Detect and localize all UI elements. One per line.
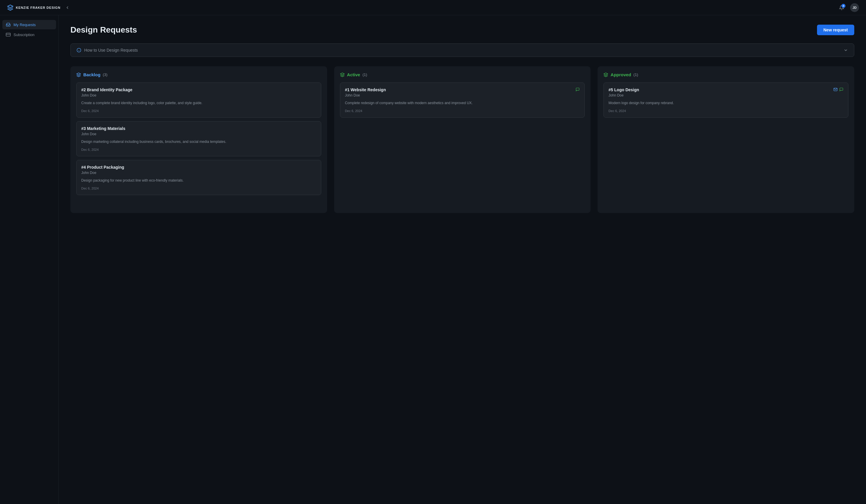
card-author-4: John Doe — [81, 171, 316, 175]
card-header-2: #2 Brand Identity Package — [81, 87, 316, 92]
card-description-1: Complete redesign of company website wit… — [345, 100, 580, 105]
column-count-approved: (1) — [633, 72, 638, 77]
column-header-backlog: Backlog (3) — [76, 72, 321, 77]
card-description-4: Design packaging for new product line wi… — [81, 178, 316, 183]
card-author-3: John Doe — [81, 132, 316, 136]
card-author-2: John Doe — [81, 93, 316, 97]
card-author-5: John Doe — [608, 93, 843, 97]
sidebar: My Requests Subscription — [0, 15, 59, 504]
card-header-5: #5 Logo Design — [608, 87, 843, 92]
info-banner[interactable]: How to Use Design Requests — [70, 43, 854, 57]
column-header-approved: Approved (1) — [603, 72, 848, 77]
card-icons-1 — [576, 87, 580, 91]
layout: My Requests Subscription Design Requests… — [0, 15, 866, 504]
card-header-4: #4 Product Packaging — [81, 165, 316, 170]
brand-icon — [7, 4, 13, 11]
new-request-button[interactable]: New request — [817, 25, 854, 35]
page-title: Design Requests — [70, 25, 137, 35]
backlog-column-icon — [76, 72, 81, 77]
topnav-left: KENZIE FRAKER DESIGN — [7, 4, 71, 11]
card-title-4: #4 Product Packaging — [81, 165, 124, 170]
column-count-backlog: (3) — [103, 72, 107, 77]
card-description-2: Create a complete brand identity includi… — [81, 100, 316, 105]
card-header-3: #3 Marketing Materials — [81, 126, 316, 131]
column-header-active: Active (1) — [340, 72, 585, 77]
card-description-5: Modern logo design for company rebrand. — [608, 100, 843, 105]
column-count-active: (1) — [363, 72, 367, 77]
column-approved: Approved (1) #5 Logo Design — [598, 66, 854, 213]
card-date-1: Dec 6, 2024 — [345, 109, 580, 113]
card-title-2: #2 Brand Identity Package — [81, 87, 132, 92]
topnav: KENZIE FRAKER DESIGN 0 JD — [0, 0, 866, 15]
comment-icon-card1 — [576, 87, 580, 91]
column-title-approved: Approved — [610, 72, 631, 77]
sidebar-label-my-requests: My Requests — [13, 23, 36, 27]
chevron-down-icon — [843, 48, 848, 53]
card-title-3: #3 Marketing Materials — [81, 126, 125, 131]
info-banner-left: How to Use Design Requests — [77, 48, 138, 53]
card-title-5: #5 Logo Design — [608, 87, 639, 92]
notification-badge: 0 — [841, 4, 845, 8]
active-column-icon — [340, 72, 345, 77]
card-brand-identity[interactable]: #2 Brand Identity Package John Doe Creat… — [76, 82, 321, 117]
card-product-packaging[interactable]: #4 Product Packaging John Doe Design pac… — [76, 160, 321, 195]
sidebar-item-my-requests[interactable]: My Requests — [2, 20, 56, 29]
card-icons-5 — [833, 87, 843, 91]
card-date-4: Dec 6, 2024 — [81, 187, 316, 190]
topnav-right: 0 JD — [838, 3, 859, 12]
card-date-3: Dec 6, 2024 — [81, 148, 316, 152]
credit-card-icon — [6, 32, 11, 37]
mail-icon-card5 — [833, 87, 837, 91]
svg-rect-0 — [6, 33, 11, 36]
sidebar-label-subscription: Subscription — [13, 33, 35, 37]
card-marketing-materials[interactable]: #3 Marketing Materials John Doe Design m… — [76, 121, 321, 156]
info-icon — [77, 48, 81, 53]
card-title-1: #1 Website Redesign — [345, 87, 386, 92]
info-banner-text: How to Use Design Requests — [84, 48, 138, 53]
column-active: Active (1) #1 Website Redesign — [334, 66, 591, 213]
page-header: Design Requests New request — [70, 25, 854, 35]
sidebar-item-subscription[interactable]: Subscription — [2, 30, 56, 39]
card-description-3: Design marketing collateral including bu… — [81, 139, 316, 144]
column-title-backlog: Backlog — [83, 72, 100, 77]
nav-back-button[interactable] — [64, 4, 71, 11]
brand-name: KENZIE FRAKER DESIGN — [16, 6, 60, 9]
card-author-1: John Doe — [345, 93, 580, 97]
kanban-board: Backlog (3) #2 Brand Identity Package Jo… — [70, 66, 854, 213]
main-content: Design Requests New request How to Use D… — [59, 15, 866, 504]
comment-icon-card5 — [839, 87, 843, 91]
avatar[interactable]: JD — [850, 3, 859, 12]
card-website-redesign[interactable]: #1 Website Redesign John Doe Complete re… — [340, 82, 585, 117]
approved-column-icon — [603, 72, 608, 77]
brand-logo: KENZIE FRAKER DESIGN — [7, 4, 60, 11]
notification-button[interactable]: 0 — [838, 4, 845, 11]
card-date-5: Dec 6, 2024 — [608, 109, 843, 113]
column-backlog: Backlog (3) #2 Brand Identity Package Jo… — [70, 66, 327, 213]
inbox-icon — [6, 22, 11, 27]
card-logo-design[interactable]: #5 Logo Design — [603, 82, 848, 117]
card-date-2: Dec 6, 2024 — [81, 109, 316, 113]
card-header-1: #1 Website Redesign — [345, 87, 580, 92]
column-title-active: Active — [347, 72, 360, 77]
